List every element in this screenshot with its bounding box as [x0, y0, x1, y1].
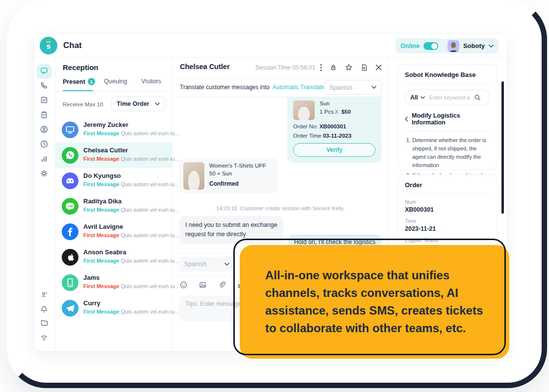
search-filter[interactable]: All: [410, 94, 418, 101]
search-icon[interactable]: [474, 94, 481, 101]
attachment-icon[interactable]: [218, 281, 226, 289]
first-message-tag: First Message: [83, 207, 119, 213]
knowledge-base-card: Sobot Knowledge Base All Modify Logistic…: [398, 64, 498, 170]
knowledge-article-row[interactable]: Modify Logistics Information: [405, 112, 490, 131]
reception-tabs: Present 1 Queuing Visitors: [55, 78, 172, 92]
order-card-title: Order: [405, 181, 490, 194]
tab-present[interactable]: Present 1: [63, 78, 95, 85]
automatic-translation-link[interactable]: Automatic Translation: [273, 84, 329, 91]
chat-header: Chelsea Cutler Session Time 00:56:01: [172, 57, 388, 78]
chat-contact-name: Chelsea Cutler: [180, 63, 230, 71]
logo-letter: s: [47, 43, 51, 50]
contacts-nav-icon[interactable]: [40, 290, 49, 299]
verify-button[interactable]: Verify: [293, 143, 375, 157]
contact-row[interactable]: Anson Seabra First Message Quis autem ve…: [55, 245, 172, 270]
present-count-badge: 1: [88, 78, 95, 85]
product-photo: [293, 100, 315, 120]
field-label: Num: [405, 199, 490, 205]
file-add-icon[interactable]: [360, 64, 368, 72]
lock-icon[interactable]: [329, 64, 337, 72]
session-time: Session Time 00:56:01: [255, 64, 315, 71]
tasks-nav-icon[interactable]: [40, 96, 49, 104]
history-nav-icon[interactable]: [40, 140, 49, 148]
avatar: [448, 40, 459, 52]
contact-row[interactable]: Jams First Message Quis autem vel eum iu…: [55, 270, 172, 295]
chevron-left-icon[interactable]: [405, 117, 408, 122]
clipboard-nav-icon[interactable]: [40, 110, 49, 119]
notifications-nav-icon[interactable]: [40, 305, 49, 314]
tab-visitors[interactable]: Visitors: [141, 78, 161, 85]
files-nav-icon[interactable]: [40, 318, 49, 327]
composer-language-select[interactable]: Spanish: [179, 257, 234, 271]
whatsapp-channel-icon: [62, 147, 78, 164]
network-nav-icon[interactable]: [40, 333, 49, 342]
reception-panel: Reception Present 1 Queuing Visitors Rec…: [55, 57, 173, 351]
star-icon[interactable]: [345, 63, 353, 72]
chevron-down-icon: [155, 102, 160, 105]
chevron-down-icon: [489, 45, 494, 48]
facebook-channel-icon: [62, 223, 78, 240]
line-channel-icon: LINE: [62, 198, 78, 215]
contact-row[interactable]: Do Kyungso First Message Quis autem vel …: [55, 168, 172, 194]
field-value: XB000301: [405, 206, 490, 213]
contact-row-selected[interactable]: Chelsea Cutler First Message Quis autem …: [55, 143, 172, 168]
online-status-control[interactable]: Online: [396, 38, 443, 53]
first-message-tag: First Message: [83, 130, 119, 136]
message-list: Sun 1 PcsX$50 Order No: XB000301 Order T…: [172, 97, 388, 253]
search-input[interactable]: [428, 94, 471, 101]
more-icon[interactable]: [320, 64, 322, 72]
page: s Chat Online Soboty: [0, 0, 549, 392]
user-menu[interactable]: Soboty: [443, 38, 499, 53]
product-name: Sun: [320, 100, 351, 106]
reception-title: Reception: [63, 63, 99, 72]
first-message-tag: First Message: [83, 232, 119, 238]
panel-scrollbar[interactable]: [501, 81, 504, 214]
svg-text:LINE: LINE: [67, 205, 73, 208]
contact-row[interactable]: LINE Raditya Dika First Message Quis aut…: [55, 194, 172, 219]
sort-order-select[interactable]: Time Order: [111, 97, 165, 111]
chevron-down-icon: [372, 86, 376, 89]
online-toggle[interactable]: [424, 42, 438, 50]
first-message-tag: First Message: [83, 181, 119, 187]
field-label: Time: [405, 218, 490, 224]
phone-nav-icon[interactable]: [40, 81, 49, 90]
first-message-tag: First Message: [83, 156, 119, 162]
translate-language-select[interactable]: Spanish: [324, 80, 382, 95]
product-title: Women's T-Shirts UPF 50 + Sun: [209, 162, 274, 177]
mobile-channel-icon: [62, 274, 78, 291]
contact-row[interactable]: Avril Lavigne First Message Quis autem v…: [55, 219, 172, 245]
article-title: Modify Logistics Information: [412, 112, 490, 126]
order-message-card: Sun 1 PcsX$50 Order No: XB000301 Order T…: [287, 97, 381, 163]
nav-rail: [34, 57, 55, 351]
knowledge-search: All: [405, 90, 490, 105]
discord-channel-icon: [62, 172, 78, 189]
order-date: 03-11-2023: [323, 133, 351, 139]
product-message-card: Women's T-Shirts UPF 50 + Sun Confirmed: [179, 158, 277, 194]
translate-bar: Translate customer messages into Automat…: [172, 78, 388, 97]
knowledge-step: Determine whether the order is shipped, …: [412, 136, 490, 170]
chat-nav-icon[interactable]: [40, 66, 49, 75]
active-tab-underline: [63, 90, 93, 91]
close-icon[interactable]: [375, 64, 382, 71]
tab-queuing[interactable]: Queuing: [104, 78, 127, 85]
translate-label: Translate customer messages into: [180, 84, 270, 91]
app-header: s Chat Online Soboty: [34, 34, 507, 58]
system-message: 14:29:10 Customer create session with Se…: [172, 205, 388, 211]
product-status: Confirmed: [209, 180, 274, 187]
page-title: Chat: [63, 34, 82, 57]
chevron-down-icon[interactable]: [421, 96, 425, 99]
customer-nav-icon[interactable]: [40, 125, 49, 134]
telegram-channel-icon: [62, 300, 78, 317]
analytics-nav-icon[interactable]: [40, 154, 49, 163]
emoji-icon[interactable]: [179, 281, 188, 289]
contact-row[interactable]: Curry First Message Quis autem vel eum i…: [55, 295, 172, 321]
image-icon[interactable]: [199, 281, 207, 289]
contact-row[interactable]: Jeremy Zucker First Message Quis autem v…: [55, 117, 172, 143]
sobot-logo: s: [40, 37, 57, 54]
product-photo: [183, 162, 204, 190]
settings-nav-icon[interactable]: [40, 169, 49, 178]
field-value: 2023-11-21: [405, 225, 490, 232]
web-channel-icon: [62, 122, 78, 138]
order-number: XB000301: [320, 123, 346, 129]
knowledge-base-title: Sobot Knowledge Base: [405, 71, 490, 84]
